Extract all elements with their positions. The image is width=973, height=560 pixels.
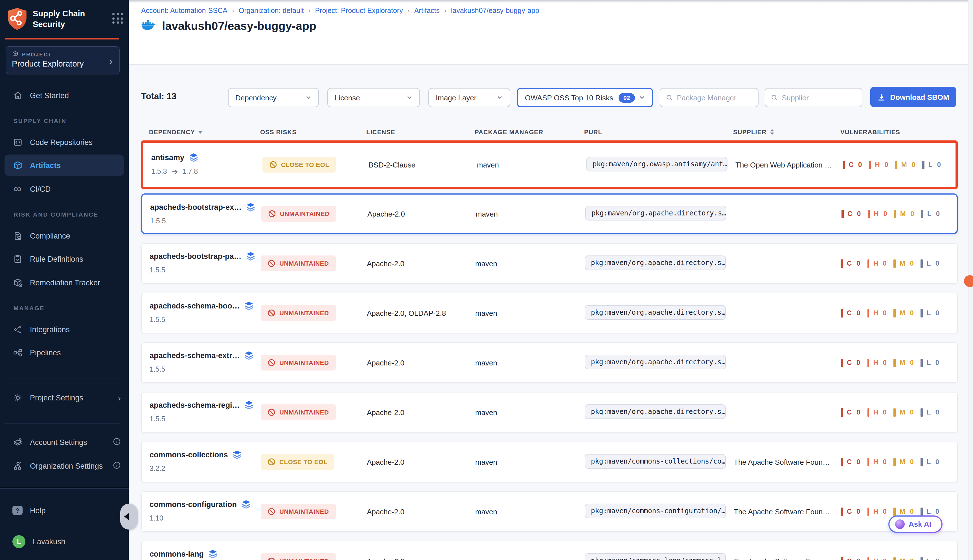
table-row[interactable]: commons-collections 3.2.2 CLOSE TO EOL A… (141, 442, 958, 482)
breadcrumb-separator-icon (408, 7, 410, 15)
layers-icon[interactable] (208, 549, 217, 558)
table-row[interactable]: apacheds-bootstrap-pa… 1.5.5 UNMAINTAINE… (141, 243, 958, 284)
project-box-icon (12, 51, 18, 58)
sidebar-item-integrations[interactable]: Integrations (0, 320, 129, 339)
sidebar-section-risk-compliance: RISK AND COMPLIANCE (13, 211, 99, 218)
sidebar-item-code-repositories[interactable]: Code Repositories (0, 133, 129, 152)
module-grid-icon[interactable] (112, 13, 123, 24)
purl-chip[interactable]: pkg:maven/org.apache.directory.s… (585, 205, 726, 220)
risk-badge: UNMAINTAINED (261, 305, 336, 321)
app-root: Supply ChainSecurity PROJECT Product Exp… (0, 0, 973, 560)
project-label: PROJECT (22, 51, 52, 57)
breadcrumb-account[interactable]: Account: Automation-SSCA (141, 7, 227, 15)
dependency-name: apacheds-schema-regi… (150, 401, 240, 409)
purl-chip[interactable]: pkg:maven/org.apache.directory.s… (585, 355, 726, 369)
breadcrumb-current[interactable]: lavakush07/easy-buggy-app (451, 7, 539, 15)
breadcrumb-project[interactable]: Project: Product Exploratory (315, 7, 403, 15)
sidebar-item-compliance[interactable]: Compliance (0, 226, 129, 245)
purl-chip[interactable]: pkg:maven/org.apache.directory.s… (585, 404, 726, 419)
sidebar-collapse-handle[interactable] (120, 503, 138, 530)
table-row[interactable]: apacheds-schema-boo… 1.5.5 UNMAINTAINED … (141, 293, 958, 333)
layers-icon[interactable] (244, 301, 253, 310)
chevron-down-icon (406, 93, 413, 102)
purl-chip[interactable]: pkg:maven/commons-collections/co… (585, 454, 726, 468)
version: 1.5.5 (150, 316, 166, 324)
column-header-supplier[interactable]: SUPPLIER (733, 128, 840, 135)
sidebar-item-organization-settings[interactable]: Organization Settings (0, 456, 129, 475)
dependency-name: apacheds-bootstrap-pa… (150, 252, 242, 260)
package-manager-search-input[interactable] (677, 93, 752, 102)
sidebar-divider (5, 378, 120, 378)
package-manager-value: maven (475, 557, 585, 560)
column-header-dependency[interactable]: DEPENDENCY (149, 128, 260, 135)
purl-chip[interactable]: pkg:maven/org.apache.directory.s… (585, 305, 726, 320)
breadcrumb-organization[interactable]: Organization: default (239, 7, 304, 15)
vulnerability-counts: C 0 H 0 M 0 L 0 (841, 259, 957, 268)
ask-ai-button[interactable]: Ask AI (888, 515, 943, 533)
risk-badge: CLOSE TO EOL (262, 157, 336, 173)
version: 3.2.2 (150, 465, 166, 473)
dependency-name: commons-collections (150, 450, 228, 459)
sidebar-item-pipelines[interactable]: Pipelines (0, 343, 129, 362)
risk-badge: CLOSE TO EOL (261, 454, 334, 470)
sidebar-item-project-settings[interactable]: Project Settings (0, 388, 129, 407)
search-icon (666, 93, 673, 102)
risk-badge: UNMAINTAINED (261, 503, 336, 519)
download-sbom-button[interactable]: Download SBOM (870, 87, 956, 107)
supplier-value: The Apache Software Foun… (734, 458, 841, 466)
low-count: L 0 (923, 160, 942, 169)
license-filter-dropdown[interactable]: License (327, 88, 420, 107)
info-icon[interactable] (113, 437, 121, 447)
layers-icon[interactable] (241, 500, 250, 509)
sidebar-item-account-settings[interactable]: Account Settings (0, 433, 129, 452)
layers-icon[interactable] (246, 252, 255, 260)
search-icon (771, 93, 778, 102)
layers-icon[interactable] (246, 202, 255, 212)
project-selector[interactable]: PROJECT Product Exploratory (6, 46, 120, 75)
sidebar-item-rule-definitions[interactable]: Rule Definitions (0, 249, 129, 268)
purl-chip[interactable]: pkg:maven/org.apache.directory.s… (585, 255, 726, 270)
dependency-filter-dropdown[interactable]: Dependency (228, 88, 319, 107)
table-row[interactable]: apacheds-schema-extr… 1.5.5 UNMAINTAINED… (141, 342, 958, 383)
layers-icon[interactable] (244, 400, 253, 410)
sidebar-item-get-started[interactable]: Get Started (0, 86, 129, 105)
info-icon[interactable] (113, 461, 121, 471)
breadcrumb-artifacts[interactable]: Artifacts (414, 7, 440, 15)
purl-chip[interactable]: pkg:maven/org.owasp.antisamy/ant… (587, 157, 727, 171)
ask-ai-orb-icon (895, 519, 905, 529)
package-manager-search (660, 88, 759, 107)
license-value: Apache-2.0 (367, 507, 475, 516)
dependency-name: apacheds-schema-boo… (150, 302, 240, 310)
license-value: Apache-2.0 (367, 259, 475, 268)
table-row[interactable]: commons-lang UNMAINTAINED Apache-2.0 mav… (141, 541, 958, 560)
table-row[interactable]: apacheds-schema-regi… 1.5.5 UNMAINTAINED… (141, 392, 958, 433)
layers-icon[interactable] (189, 153, 198, 162)
sidebar-user[interactable]: L Lavakush (0, 532, 129, 551)
organization-settings-icon (12, 461, 23, 471)
sidebar-section-supply-chain: SUPPLY CHAIN (13, 117, 67, 124)
chevron-right-icon (109, 57, 112, 67)
total-count: Total: 13 (141, 92, 176, 102)
supplier-search-input[interactable] (782, 93, 856, 102)
breadcrumb: Account: Automation-SSCA Organization: d… (141, 7, 539, 15)
gear-icon (12, 393, 23, 403)
table-row[interactable]: commons-configuration 1.10 UNMAINTAINED … (141, 491, 958, 532)
sidebar-item-cicd[interactable]: CI/CD (0, 179, 129, 198)
version: 1.10 (150, 514, 164, 522)
owasp-risks-filter-dropdown[interactable]: OWASP OSS Top 10 Risks 02 (517, 88, 653, 107)
page-title: lavakush07/easy-buggy-app (162, 19, 316, 33)
risk-badge: UNMAINTAINED (261, 553, 336, 560)
purl-chip[interactable]: pkg:maven/commons-lang/commons-l… (585, 553, 726, 560)
license-value: Apache-2.0 (367, 358, 475, 367)
sidebar-item-help[interactable]: Help (0, 501, 129, 520)
layers-icon[interactable] (232, 450, 242, 459)
table-row[interactable]: antisamy 1.5.3 1.7.8 CLOSE TO EOL BSD-2-… (141, 140, 958, 189)
table-row[interactable]: apacheds-bootstrap-ex… 1.5.5 UNMAINTAINE… (141, 193, 958, 234)
image-layer-filter-dropdown[interactable]: Image Layer (428, 88, 510, 107)
sidebar-item-remediation-tracker[interactable]: Remediation Tracker (0, 273, 129, 292)
medium-count: M 0 (895, 160, 917, 169)
purl-chip[interactable]: pkg:maven/commons-configuration/… (585, 503, 726, 518)
layers-icon[interactable] (244, 351, 253, 360)
sidebar-item-artifacts[interactable]: Artifacts (0, 156, 129, 175)
dependency-name: antisamy (151, 153, 184, 162)
